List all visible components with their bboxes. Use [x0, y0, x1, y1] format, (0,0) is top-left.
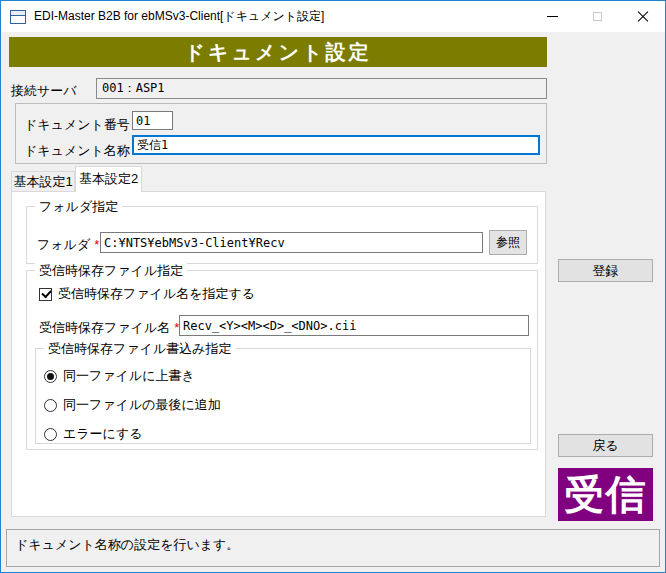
save-file-group-legend: 受信時保存ファイル指定 [35, 262, 187, 280]
radio-overwrite-label[interactable]: 同一ファイルに上書き [63, 367, 195, 385]
folder-group: フォルダ指定 フォルダ* 参照 [26, 206, 538, 264]
title-bar: EDI-Master B2B for ebMSv3-Client[ドキュメント設… [1, 1, 665, 32]
write-mode-group: 受信時保存ファイル書込み指定 同一ファイルに上書き 同一ファイルの最後に追加 エ… [35, 348, 531, 444]
receive-mode-badge: 受信 [558, 468, 653, 521]
specify-filename-checkbox[interactable] [39, 288, 52, 301]
minimize-icon [547, 16, 558, 17]
register-button[interactable]: 登録 [558, 259, 653, 282]
doc-number-input[interactable] [132, 111, 173, 130]
write-mode-group-legend: 受信時保存ファイル書込み指定 [44, 340, 236, 358]
specify-filename-checkbox-row[interactable]: 受信時保存ファイル名を指定する [39, 285, 255, 303]
radio-row-append[interactable]: 同一ファイルの最後に追加 [44, 396, 221, 414]
radio-overwrite[interactable] [44, 370, 57, 383]
status-bar: ドキュメント名称の設定を行います。 [6, 529, 660, 567]
close-icon [637, 11, 649, 23]
server-label: 接続サーバ [11, 82, 77, 100]
window-title: EDI-Master B2B for ebMSv3-Client[ドキュメント設… [34, 8, 530, 25]
doc-name-label: ドキュメント名称* [24, 142, 139, 160]
maximize-icon [593, 12, 602, 21]
minimize-button[interactable] [530, 1, 575, 32]
radio-error[interactable] [44, 428, 57, 441]
folder-group-legend: フォルダ指定 [35, 198, 122, 216]
folder-label: フォルダ* [37, 236, 99, 254]
radio-error-label[interactable]: エラーにする [63, 425, 143, 443]
specify-filename-label[interactable]: 受信時保存ファイル名を指定する [58, 285, 255, 303]
doc-number-label: ドキュメント番号* [24, 116, 139, 134]
radio-row-error[interactable]: エラーにする [44, 425, 143, 443]
doc-name-input[interactable] [132, 135, 540, 155]
app-window-icon [10, 10, 26, 24]
folder-input[interactable] [100, 232, 483, 253]
back-button[interactable]: 戻る [558, 434, 653, 457]
filename-input[interactable] [179, 315, 529, 336]
close-button[interactable] [620, 1, 665, 32]
radio-append[interactable] [44, 399, 57, 412]
tab-basic-settings-2[interactable]: 基本設定2 [75, 166, 142, 192]
maximize-button [575, 1, 620, 32]
browse-button[interactable]: 参照 [489, 230, 527, 255]
save-file-group: 受信時保存ファイル指定 受信時保存ファイル名を指定する 受信時保存ファイル名* … [26, 270, 538, 450]
filename-label: 受信時保存ファイル名* [39, 319, 179, 337]
radio-row-overwrite[interactable]: 同一ファイルに上書き [44, 367, 195, 385]
required-mark: * [94, 237, 99, 252]
tab-basic-settings-1[interactable]: 基本設定1 [11, 171, 75, 192]
tab-page-basic2: フォルダ指定 フォルダ* 参照 受信時保存ファイル指定 受信時保存ファイル名を指… [11, 191, 546, 517]
document-settings-window: EDI-Master B2B for ebMSv3-Client[ドキュメント設… [0, 0, 666, 573]
server-field: 001：ASP1 [96, 78, 547, 99]
page-title: ドキュメント設定 [9, 37, 547, 67]
radio-append-label[interactable]: 同一ファイルの最後に追加 [63, 396, 221, 414]
